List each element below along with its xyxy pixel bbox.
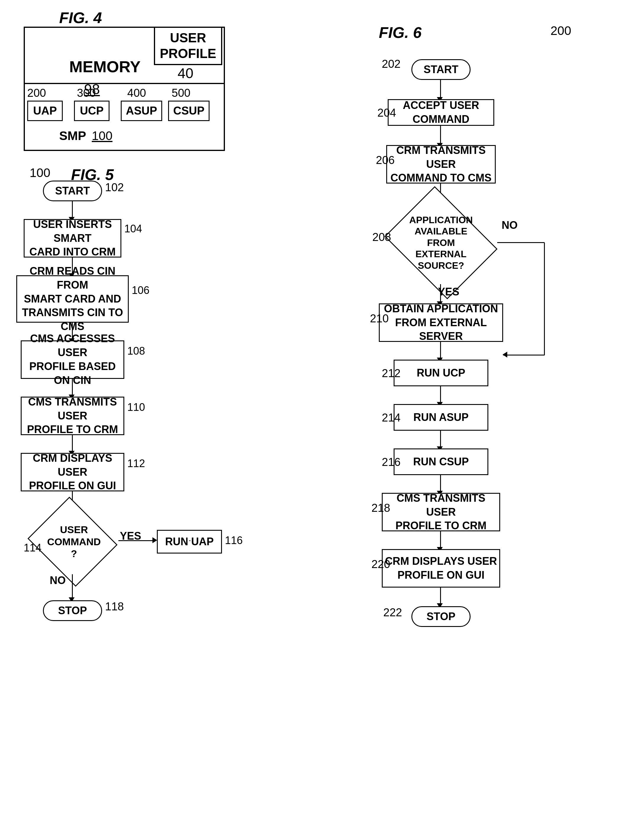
fig6-title: FIG. 6 — [379, 24, 421, 41]
fig5-stop: STOP — [43, 600, 102, 621]
fig6-ref-218: 218 — [372, 502, 390, 515]
fig6-step216: RUN CSUP — [394, 448, 488, 475]
fig6-step214: RUN ASUP — [394, 404, 488, 431]
fig5-ref-118: 118 — [105, 600, 124, 613]
fig4-divider — [24, 83, 225, 84]
arrow-fig6-9 — [440, 588, 441, 604]
fig6-ref-210: 210 — [370, 312, 389, 325]
csup-box: CSUP — [168, 101, 209, 121]
csup-num: 500 — [172, 87, 190, 100]
fig6-step218: CMS TRANSMITS USERPROFILE TO CRM — [382, 493, 500, 531]
arrow-fig6-no-h — [497, 242, 544, 243]
arrow-fig6-1 — [440, 80, 441, 98]
user-profile-num: 40 — [177, 65, 193, 81]
fig5-ref-106: 106 — [132, 284, 149, 296]
smp-num: 100 — [92, 129, 112, 143]
arrow-fig5-no — [72, 574, 73, 598]
ucp-num: 300 — [77, 87, 96, 100]
fig5-no-label: NO — [50, 574, 66, 587]
fig6-yes-label: YES — [438, 286, 459, 298]
fig5-step112: CRM DISPLAYS USERPROFILE ON GUI — [21, 453, 124, 491]
uap-box: UAP — [27, 101, 63, 121]
ucp-box: UCP — [74, 101, 109, 121]
arrow-fig6-yes — [440, 284, 441, 302]
fig6-diamond208: APPLICATIONAVAILABLE FROM EXTERNALSOURCE… — [385, 201, 497, 284]
asup-box: ASUP — [121, 101, 162, 121]
fig5-ref-102: 102 — [105, 181, 124, 194]
asup-num: 400 — [127, 87, 146, 100]
fig5-start: START — [43, 181, 102, 201]
fig6-ref: 200 — [551, 24, 571, 38]
smp-label: SMP — [59, 129, 86, 143]
arrow-fig6-2 — [440, 126, 441, 144]
memory-label: MEMORY — [69, 57, 141, 76]
fig6-start: START — [411, 59, 471, 80]
user-profile-box: USERPROFILE — [154, 27, 222, 65]
arrow-loop-placeholder — [190, 540, 190, 541]
fig5-ref-108: 108 — [127, 345, 145, 357]
fig5-step104: USER INSERTS SMARTCARD INTO CRM — [24, 219, 121, 258]
arrow-fig5-yes — [119, 540, 154, 541]
fig5-ref-114: 114 — [24, 542, 41, 554]
fig6-step220: CRM DISPLAYS USERPROFILE ON GUI — [382, 549, 500, 588]
arrow-fig5-5 — [72, 435, 73, 451]
fig5-ref-112: 112 — [127, 457, 145, 470]
fig5-ref-104: 104 — [124, 223, 142, 235]
fig6-ref-214: 214 — [382, 412, 400, 424]
fig4-title: FIG. 4 — [59, 9, 102, 27]
fig5-step110: CMS TRANSMITS USERPROFILE TO CRM — [21, 397, 124, 435]
fig6-step206: CRM TRANSMITS USERCOMMAND TO CMS — [386, 145, 496, 184]
fig6-step212: RUN UCP — [394, 360, 488, 386]
fig6-no-label: NO — [502, 219, 517, 231]
arrow-fig5-4 — [72, 379, 73, 395]
fig6-ref-204: 204 — [377, 106, 396, 119]
arrowhead-fig5-yes — [152, 537, 157, 543]
arrow-fig6-no-return — [503, 355, 544, 355]
arrow-fig6-6 — [440, 431, 441, 447]
fig6-step210: OBTAIN APPLICATIONFROM EXTERNAL SERVER — [379, 303, 503, 342]
fig5-diamond: USERCOMMAND? — [30, 509, 119, 574]
arrow-fig6-no-v — [544, 243, 545, 355]
fig5-ref: 100 — [30, 166, 50, 180]
fig6-ref-222: 222 — [383, 606, 402, 619]
arrowhead-fig6-no-return — [503, 352, 507, 358]
fig5-ref-110: 110 — [127, 401, 145, 413]
fig5-step116: RUN UAP — [157, 530, 222, 554]
fig6-ref-208: 208 — [372, 231, 391, 244]
fig6-ref-206: 206 — [376, 154, 394, 167]
fig5-step106: CRM READS CIN FROMSMART CARD ANDTRANSMIT… — [16, 275, 129, 323]
arrow-fig6-8 — [440, 531, 441, 548]
fig6-ref-212: 212 — [382, 367, 400, 380]
fig5-step108: CMS ACCESSES USERPROFILE BASED ON CIN — [21, 341, 124, 379]
uap-num: 200 — [27, 87, 46, 100]
arrow-fig5-1 — [72, 201, 73, 217]
fig6-ref-216: 216 — [382, 456, 400, 469]
fig6-step204: ACCEPT USER COMMAND — [388, 99, 494, 126]
arrow-fig6-7 — [440, 475, 441, 491]
arrow-fig6-4 — [440, 342, 441, 358]
fig5-ref-116: 116 — [225, 534, 243, 547]
fig6-ref-220: 220 — [372, 558, 390, 571]
arrow-fig6-5 — [440, 386, 441, 402]
fig6-ref-202: 202 — [382, 58, 400, 70]
fig6-stop: STOP — [411, 606, 471, 627]
